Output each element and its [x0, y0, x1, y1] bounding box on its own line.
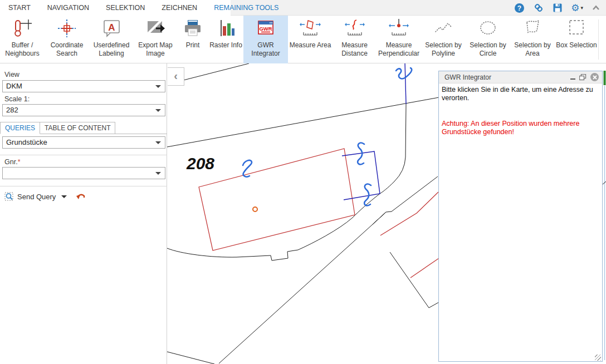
tool-print[interactable]: Print — [177, 16, 208, 63]
gwr-integrator-icon: GWR — [256, 16, 276, 41]
measure-area-icon — [300, 16, 321, 41]
tool-label: Selection by Polyline — [421, 41, 466, 58]
gnr-label: Gnr.* — [4, 158, 21, 166]
scale-select-value: 282 — [6, 106, 18, 114]
chevron-left-icon: ‹ — [174, 70, 178, 82]
panel-message: Bitte klicken Sie in die Karte, um eine … — [442, 86, 599, 102]
panel-window-buttons — [570, 73, 599, 81]
divider — [0, 186, 167, 186]
sidebar-collapse-button[interactable]: ‹ — [168, 67, 184, 86]
sidebar: View DKM Scale 1: 282 QUERIES TABLE OF C… — [0, 63, 167, 364]
scale-select[interactable]: 282 — [2, 104, 165, 116]
tool-label: Selection by Area — [510, 41, 555, 58]
raster-info-icon — [216, 16, 236, 41]
map-edge-fragment — [604, 71, 606, 85]
selected-position-marker — [253, 207, 257, 211]
chevron-down-icon — [155, 172, 161, 175]
tool-userdefined-labeling[interactable]: A Userdefined Labeling — [89, 16, 134, 63]
query-select-value: Grundstücke — [6, 138, 47, 146]
panel-warning: Achtung: An dieser Position wurden mehre… — [442, 120, 599, 136]
tool-selection-by-polyline[interactable]: Selection by Polyline — [421, 16, 466, 63]
tool-label: Print — [177, 41, 208, 50]
tool-raster-info[interactable]: Raster Info — [208, 16, 243, 63]
resize-grip[interactable] — [595, 355, 601, 361]
tool-coordinate-search[interactable]: Coordinate Search — [45, 16, 89, 63]
svg-text:GWR: GWR — [259, 26, 272, 32]
settings-icon[interactable]: ⚙ ▾ — [571, 3, 583, 13]
tool-measure-distance[interactable]: Measure Distance — [333, 16, 377, 63]
selection-by-polyline-icon — [433, 16, 454, 41]
menu-tab-selektion[interactable]: SELEKTION — [97, 0, 153, 16]
measure-distance-icon — [344, 16, 365, 41]
send-query-icon — [4, 192, 14, 201]
tool-label: Export Map Image — [134, 41, 177, 58]
box-selection-icon — [566, 16, 587, 41]
selection-by-area-icon — [522, 16, 543, 41]
tool-label: Measure Distance — [333, 41, 377, 58]
tool-label: Selection by Circle — [466, 41, 510, 58]
gwr-integrator-panel: GWR Integrator Bitte klicken Sie in die … — [438, 71, 603, 362]
send-query-caret-icon[interactable] — [61, 195, 67, 198]
tool-label: Userdefined Labeling — [89, 41, 134, 58]
link-icon[interactable] — [533, 2, 544, 13]
chevron-down-icon — [155, 85, 161, 88]
panel-body: Bitte klicken Sie in die Karte, um eine … — [439, 83, 602, 362]
chevron-down-icon — [155, 109, 161, 112]
help-icon[interactable]: ? — [514, 3, 525, 13]
scale-label: Scale 1: — [4, 95, 30, 103]
restore-icon[interactable] — [579, 74, 587, 81]
menubar-icons: ? ⚙ ▾ — [514, 0, 600, 16]
selection-by-circle-icon — [478, 16, 498, 41]
menu-tab-start[interactable]: START — [0, 0, 39, 16]
tool-label: Measure Perpendicular — [377, 41, 421, 58]
tool-label: Raster Info — [208, 41, 243, 50]
tool-export-map-image[interactable]: Export Map Image — [134, 16, 177, 63]
view-select[interactable]: DKM — [2, 80, 165, 92]
tool-label: GWR Integrator — [243, 41, 288, 58]
menu-tabs: START NAVIGATION SELEKTION ZEICHNEN REMA… — [0, 0, 287, 16]
panel-titlebar[interactable]: GWR Integrator — [439, 71, 602, 83]
view-select-value: DKM — [6, 82, 22, 90]
panel-title: GWR Integrator — [444, 73, 570, 81]
gnr-label-text: Gnr. — [4, 158, 18, 166]
tool-buffer-neighbours[interactable]: Buffer / Neighbours — [0, 16, 45, 63]
tool-box-selection[interactable]: Box Selection — [555, 16, 598, 63]
tab-queries[interactable]: QUERIES — [0, 122, 40, 134]
minimize-icon[interactable] — [570, 78, 575, 80]
ribbon-separator — [598, 19, 599, 60]
svg-text:?: ? — [517, 4, 521, 12]
menu-tab-navigation[interactable]: NAVIGATION — [39, 0, 97, 16]
buffer-neighbours-icon — [12, 16, 32, 41]
menu-tab-remaining-tools[interactable]: REMAINING TOOLS — [206, 0, 287, 16]
tool-selection-by-circle[interactable]: Selection by Circle — [466, 16, 510, 63]
view-label: View — [4, 71, 19, 78]
send-query-button[interactable]: Send Query — [17, 193, 56, 201]
collapse-ribbon-icon[interactable] — [592, 3, 600, 12]
save-icon[interactable] — [553, 3, 563, 13]
tool-measure-area[interactable]: Measure Area — [288, 16, 333, 63]
export-map-image-icon — [145, 16, 165, 41]
tool-gwr-integrator[interactable]: GWR GWR Integrator — [243, 16, 288, 63]
gear-icon: ⚙ — [571, 3, 579, 13]
undo-icon[interactable] — [76, 193, 86, 201]
tool-label: Buffer / Neighbours — [0, 41, 45, 58]
tool-measure-perpendicular[interactable]: Measure Perpendicular — [377, 16, 421, 63]
sidebar-tabstrip: QUERIES TABLE OF CONTENT — [0, 122, 167, 134]
svg-text:A: A — [108, 22, 115, 33]
required-mark: * — [18, 158, 21, 166]
tab-table-of-content[interactable]: TABLE OF CONTENT — [40, 122, 115, 134]
ribbon-toolbar: Buffer / Neighbours Coordinate Search A … — [0, 16, 606, 63]
tool-label: Coordinate Search — [45, 41, 89, 58]
tool-label: Measure Area — [288, 41, 333, 50]
gnr-select[interactable] — [2, 167, 165, 179]
query-select[interactable]: Grundstücke — [2, 136, 165, 149]
userdefined-labeling-icon: A — [101, 16, 121, 41]
settings-caret-icon: ▾ — [580, 5, 583, 11]
tool-selection-by-area[interactable]: Selection by Area — [510, 16, 555, 63]
close-icon[interactable] — [590, 73, 599, 81]
menubar: START NAVIGATION SELEKTION ZEICHNEN REMA… — [0, 0, 606, 16]
chevron-down-icon — [155, 141, 161, 144]
parcel-number-label: 208 — [186, 154, 214, 173]
divider — [0, 155, 167, 155]
menu-tab-zeichnen[interactable]: ZEICHNEN — [153, 0, 206, 16]
